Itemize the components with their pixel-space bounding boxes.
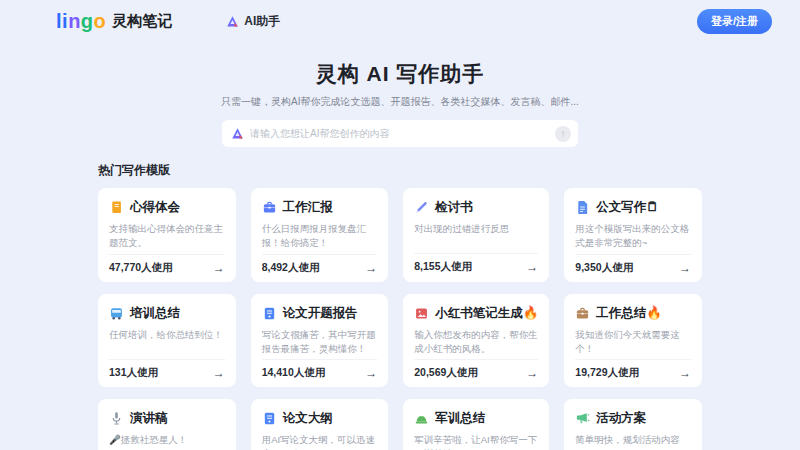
template-title: 心得体会 bbox=[130, 199, 180, 216]
mic-icon bbox=[109, 411, 124, 426]
page-subtitle: 只需一键，灵构AI帮你完成论文选题、开题报告、各类社交媒体、发言稿、邮件... bbox=[0, 95, 800, 109]
template-card[interactable]: 心得体会 支持输出心得体会的任意主题范文。 47,770人使用 → bbox=[98, 188, 236, 282]
doc-icon bbox=[575, 200, 590, 215]
template-card[interactable]: 小红书笔记生成🔥 输入你想发布的内容，帮你生成小红书的风格。 20,569人使用… bbox=[403, 294, 549, 388]
template-description: 用这个模版写出来的公文格式是非常完整的~ bbox=[575, 222, 691, 251]
card-header: 心得体会 bbox=[109, 199, 225, 216]
book-icon bbox=[109, 200, 124, 215]
section-title: 热门写作模版 bbox=[98, 162, 702, 179]
template-title: 工作总结🔥 bbox=[596, 305, 662, 322]
usage-count: 8,155人使用 bbox=[414, 260, 472, 274]
template-description: 对出现的过错进行反思 bbox=[414, 222, 538, 250]
card-footer: 9,350人使用 → bbox=[575, 254, 691, 275]
card-footer: 20,569人使用 → bbox=[414, 359, 538, 380]
login-register-button[interactable]: 登录/注册 bbox=[697, 9, 772, 34]
template-card[interactable]: 培训总结 任何培训，给你总结到位！ 131人使用 → bbox=[98, 294, 236, 388]
template-description: 支持输出心得体会的任意主题范文。 bbox=[109, 222, 225, 251]
arrow-right-icon[interactable]: → bbox=[365, 261, 377, 275]
ai-prompt-bar: ↑ bbox=[222, 120, 578, 147]
card-header: 军训总结 bbox=[414, 410, 538, 427]
template-description: 军训辛苦啦，让AI帮你写一下军训总结吧！ bbox=[414, 433, 538, 450]
helmet-icon bbox=[414, 411, 429, 426]
template-grid: 心得体会 支持输出心得体会的任意主题范文。 47,770人使用 → 工作汇报 什… bbox=[98, 188, 702, 450]
template-card[interactable]: 公文写作🗒 用这个模版写出来的公文格式是非常完整的~ 9,350人使用 → bbox=[564, 188, 702, 282]
notebook-icon bbox=[262, 411, 277, 426]
template-description: 我知道你们今天就需要这个！ bbox=[575, 328, 691, 357]
arrow-right-icon[interactable]: → bbox=[365, 366, 377, 380]
template-card[interactable]: 军训总结 军训辛苦啦，让AI帮你写一下军训总结吧！ 4,517人使用 → bbox=[403, 399, 549, 450]
usage-count: 20,569人使用 bbox=[414, 366, 478, 380]
arrow-right-icon[interactable]: → bbox=[679, 261, 691, 275]
pen-icon bbox=[414, 200, 429, 215]
megaphone-icon bbox=[575, 411, 590, 426]
template-card[interactable]: 工作汇报 什么日报周报月报复盘汇报！给你搞定！ 8,492人使用 → bbox=[251, 188, 389, 282]
card-footer: 131人使用 → bbox=[109, 359, 225, 380]
image-icon bbox=[414, 306, 429, 321]
card-header: 论文大纲 bbox=[262, 410, 378, 427]
usage-count: 8,492人使用 bbox=[262, 261, 320, 275]
page-title: 灵构 AI 写作助手 bbox=[0, 60, 800, 88]
template-title: 军训总结 bbox=[435, 410, 485, 427]
card-header: 工作总结🔥 bbox=[575, 305, 691, 322]
ai-prompt-input[interactable] bbox=[250, 128, 549, 139]
card-footer: 8,492人使用 → bbox=[262, 254, 378, 275]
usage-count: 47,770人使用 bbox=[109, 261, 173, 275]
card-header: 工作汇报 bbox=[262, 199, 378, 216]
template-description: 任何培训，给你总结到位！ bbox=[109, 328, 225, 356]
template-description: 简单明快，规划活动内容 bbox=[575, 433, 691, 450]
hot-templates-section: 热门写作模版 心得体会 支持输出心得体会的任意主题范文。 47,770人使用 →… bbox=[98, 162, 702, 450]
template-description: 写论文很痛苦，其中写开题报告最痛苦，灵构懂你！ bbox=[262, 328, 378, 357]
arrow-right-icon[interactable]: → bbox=[526, 366, 538, 380]
template-title: 论文大纲 bbox=[283, 410, 333, 427]
template-title: 小红书笔记生成🔥 bbox=[435, 305, 538, 322]
template-title: 公文写作🗒 bbox=[596, 199, 659, 216]
card-footer: 47,770人使用 → bbox=[109, 254, 225, 275]
ai-logo-icon bbox=[231, 127, 244, 140]
arrow-right-icon[interactable]: → bbox=[526, 260, 538, 274]
template-title: 检讨书 bbox=[435, 199, 473, 216]
arrow-right-icon[interactable]: → bbox=[213, 261, 225, 275]
card-footer: 14,410人使用 → bbox=[262, 359, 378, 380]
template-description: 输入你想发布的内容，帮你生成小红书的风格。 bbox=[414, 328, 538, 357]
template-card[interactable]: 工作总结🔥 我知道你们今天就需要这个！ 19,729人使用 → bbox=[564, 294, 702, 388]
arrow-right-icon[interactable]: → bbox=[679, 366, 691, 380]
template-title: 论文开题报告 bbox=[283, 305, 358, 322]
nav-ai-label: AI助手 bbox=[244, 13, 280, 30]
notebook-icon bbox=[262, 306, 277, 321]
arrow-right-icon[interactable]: → bbox=[213, 366, 225, 380]
card-header: 小红书笔记生成🔥 bbox=[414, 305, 538, 322]
card-header: 演讲稿 bbox=[109, 410, 225, 427]
nav-item-ai-assistant[interactable]: AI助手 bbox=[226, 13, 280, 30]
template-card[interactable]: 论文开题报告 写论文很痛苦，其中写开题报告最痛苦，灵构懂你！ 14,410人使用… bbox=[251, 294, 389, 388]
logo-letter: o bbox=[94, 10, 107, 32]
card-footer: 19,729人使用 → bbox=[575, 359, 691, 380]
logo-letter: n bbox=[68, 10, 81, 32]
ai-logo-icon bbox=[226, 15, 239, 28]
template-title: 培训总结 bbox=[130, 305, 180, 322]
template-card[interactable]: 演讲稿 🎤拯救社恐星人！ 11,613人使用 → bbox=[98, 399, 236, 450]
template-card[interactable]: 论文大纲 用AI写论文大纲，可以迅速启发思路。 13,515人使用 → bbox=[251, 399, 389, 450]
card-header: 公文写作🗒 bbox=[575, 199, 691, 216]
template-description: 什么日报周报月报复盘汇报！给你搞定！ bbox=[262, 222, 378, 251]
usage-count: 9,350人使用 bbox=[575, 261, 633, 275]
logo-letter: g bbox=[81, 10, 94, 32]
template-title: 活动方案 bbox=[596, 410, 646, 427]
bus-icon bbox=[109, 306, 124, 321]
usage-count: 14,410人使用 bbox=[262, 366, 326, 380]
card-header: 活动方案 bbox=[575, 410, 691, 427]
template-card[interactable]: 检讨书 对出现的过错进行反思 8,155人使用 → bbox=[403, 188, 549, 282]
template-title: 演讲稿 bbox=[130, 410, 168, 427]
briefcase-icon bbox=[575, 306, 590, 321]
card-footer: 8,155人使用 → bbox=[414, 253, 538, 274]
usage-count: 131人使用 bbox=[109, 366, 158, 380]
card-header: 检讨书 bbox=[414, 199, 538, 216]
submit-arrow-button[interactable]: ↑ bbox=[555, 126, 571, 142]
template-card[interactable]: 活动方案 简单明快，规划活动内容 10,710人使用 → bbox=[564, 399, 702, 450]
app-header: lingo 灵构笔记 AI助手 登录/注册 bbox=[0, 0, 800, 42]
card-header: 培训总结 bbox=[109, 305, 225, 322]
app-logo[interactable]: lingo 灵构笔记 bbox=[56, 11, 172, 31]
template-description: 用AI写论文大纲，可以迅速启发思路。 bbox=[262, 433, 378, 450]
template-description: 🎤拯救社恐星人！ bbox=[109, 433, 225, 450]
card-header: 论文开题报告 bbox=[262, 305, 378, 322]
logo-wordmark: lingo bbox=[56, 11, 106, 31]
